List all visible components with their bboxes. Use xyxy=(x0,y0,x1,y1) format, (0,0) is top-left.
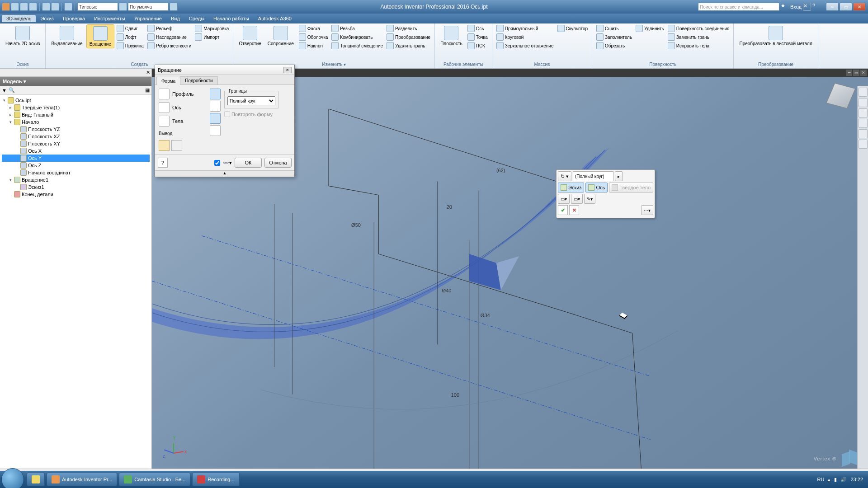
output-solid-button[interactable] xyxy=(159,140,170,151)
tray-volume-icon[interactable]: 🔊 xyxy=(840,477,847,483)
login-button[interactable]: Вход xyxy=(790,4,802,9)
tree-sketch1[interactable]: Эскиз1 xyxy=(2,183,150,191)
draft-button[interactable]: Наклон xyxy=(297,42,330,50)
dialog-glasses-icon[interactable]: 👓▾ xyxy=(223,160,232,166)
replace-face-button[interactable]: Заменить грань xyxy=(666,33,731,41)
tab-a360[interactable]: Autodesk A360 xyxy=(254,15,296,22)
tree-end-of-part[interactable]: Конец детали xyxy=(2,191,150,198)
tree-solid-bodies[interactable]: ▸Твердые тела(1) xyxy=(2,104,150,111)
start-button[interactable] xyxy=(1,468,24,488)
mini-sketch-button[interactable]: Эскиз xyxy=(558,183,584,192)
mini-axis-button[interactable]: Ось xyxy=(585,183,608,192)
find-icon[interactable]: 🔍 xyxy=(9,87,15,93)
qat-new-icon[interactable] xyxy=(11,3,19,11)
combine-button[interactable]: Комбинировать xyxy=(330,33,384,41)
tab-environments[interactable]: Среды xyxy=(184,15,209,22)
sweep-button[interactable]: Сдвиг xyxy=(115,24,145,33)
doc-minimize-icon[interactable]: ━ xyxy=(846,70,852,76)
appearance-dropdown[interactable]: По умолча xyxy=(128,3,169,11)
mini-next-button[interactable]: ▸ xyxy=(615,171,623,181)
import-button[interactable]: Импорт xyxy=(193,33,230,41)
ok-button[interactable]: ОК xyxy=(235,158,262,168)
mini-surface-button[interactable]: ✎▾ xyxy=(584,194,595,204)
qat-redo-icon[interactable] xyxy=(51,3,59,11)
nav-lookat-icon[interactable] xyxy=(859,140,868,149)
cancel-button[interactable]: Отмена xyxy=(264,158,292,168)
ruled-surface-button[interactable]: Поверхность соединения xyxy=(666,24,731,33)
circ-pattern-button[interactable]: Круговой xyxy=(495,33,555,41)
rect-pattern-button[interactable]: Прямоугольный xyxy=(495,24,555,33)
dialog-tab-shape[interactable]: Форма xyxy=(156,77,180,85)
help-search[interactable]: Поиск по справке и команда... xyxy=(698,3,779,11)
browser-title[interactable]: Модель ▾ xyxy=(0,77,151,86)
tree-root[interactable]: ▾Ось.ipt xyxy=(2,97,150,104)
axis-button[interactable]: Ось xyxy=(466,24,489,33)
mini-operation-button[interactable]: ▭▾ xyxy=(571,194,583,204)
tray-lang[interactable]: RU xyxy=(817,477,825,482)
revolve-button[interactable]: Вращение xyxy=(86,24,114,48)
mini-cancel-button[interactable]: ✕ xyxy=(569,205,579,215)
doc-close-icon[interactable]: ✕ xyxy=(860,70,867,76)
qat-undo-icon[interactable] xyxy=(42,3,50,11)
tab-view[interactable]: Вид xyxy=(166,15,184,22)
app-icon[interactable] xyxy=(2,3,10,11)
browser-close-icon[interactable]: ✕ xyxy=(146,70,150,75)
mini-output-button[interactable]: ▭▾ xyxy=(558,194,570,204)
close-button[interactable]: ✕ xyxy=(853,3,866,11)
tree-origin[interactable]: ▾Начало xyxy=(2,118,150,126)
operation-intersect-button[interactable] xyxy=(210,113,221,124)
dialog-help-button[interactable]: ? xyxy=(158,158,168,168)
patch-button[interactable]: Заполнитель xyxy=(595,33,633,41)
task-explorer[interactable] xyxy=(27,473,45,486)
nav-pan-icon[interactable] xyxy=(859,108,868,117)
loft-button[interactable]: Лофт xyxy=(115,33,145,41)
tree-view[interactable]: ▸Вид: Главный xyxy=(2,111,150,118)
qat-save-icon[interactable] xyxy=(29,3,37,11)
profile-selector[interactable]: Профиль xyxy=(159,89,206,99)
nav-orbit-icon[interactable] xyxy=(859,129,868,138)
mini-direction-button[interactable]: ↻▾ xyxy=(558,171,571,181)
doc-restore-icon[interactable]: ▭ xyxy=(853,70,859,76)
mini-options-button[interactable]: ⋯▾ xyxy=(641,205,653,215)
browser-tree[interactable]: ▾Ось.ipt ▸Твердые тела(1) ▸Вид: Главный … xyxy=(0,95,151,472)
operation-newsolid-button[interactable] xyxy=(210,125,221,136)
start-2d-sketch-button[interactable]: Начать 2D-эскиз xyxy=(3,24,42,47)
tree-revolve1[interactable]: ▾Вращение1 xyxy=(2,176,150,183)
rib-button[interactable]: Ребро жесткости xyxy=(146,42,193,50)
mini-solid-button[interactable]: Твердое тело xyxy=(609,183,653,192)
exchange-icon[interactable]: ✕ xyxy=(803,3,811,11)
tree-plane-yz[interactable]: Плоскость YZ xyxy=(2,126,150,133)
star-icon[interactable]: ★ xyxy=(781,3,789,11)
ucs-button[interactable]: ПСК xyxy=(466,42,489,50)
nav-wheel-icon[interactable] xyxy=(859,98,868,107)
tray-network-icon[interactable]: ▮ xyxy=(834,477,837,483)
browser-options-icon[interactable]: ▦ xyxy=(145,87,150,93)
extrude-button[interactable]: Выдавливание xyxy=(48,24,85,47)
decal-button[interactable]: Маркировка xyxy=(193,24,230,33)
mirror-button[interactable]: Зеркальное отражение xyxy=(495,42,555,50)
tree-plane-xy[interactable]: Плоскость XY xyxy=(2,140,150,147)
tab-manage[interactable]: Управление xyxy=(130,15,166,22)
chamfer-button[interactable]: Фаска xyxy=(297,24,330,33)
tray-time[interactable]: 23:22 xyxy=(850,477,863,482)
plane-button[interactable]: Плоскость xyxy=(438,24,465,47)
coil-button[interactable]: Пружина xyxy=(115,42,145,50)
nav-home-icon[interactable] xyxy=(859,88,868,97)
maximize-button[interactable]: ▭ xyxy=(840,3,852,11)
qat-home-icon[interactable] xyxy=(64,3,72,11)
tree-plane-xz[interactable]: Плоскость XZ xyxy=(2,133,150,140)
tree-axis-x[interactable]: Ось X xyxy=(2,147,150,155)
thread-button[interactable]: Резьба xyxy=(330,24,384,33)
qat-appearance-icon[interactable] xyxy=(170,3,178,11)
shell-button[interactable]: Оболочка xyxy=(297,33,330,41)
minimize-button[interactable]: ━ xyxy=(826,3,839,11)
task-inventor[interactable]: Autodesk Inventor Pr... xyxy=(47,473,117,486)
emboss-button[interactable]: Рельеф xyxy=(146,24,193,33)
operation-join-button[interactable] xyxy=(210,89,221,99)
delete-face-button[interactable]: Удалить грань xyxy=(385,42,432,50)
view-cube[interactable] xyxy=(827,82,854,109)
tree-axis-z[interactable]: Ось Z xyxy=(2,162,150,169)
fillet-button[interactable]: Сопряжение xyxy=(265,24,297,47)
nav-zoom-icon[interactable] xyxy=(859,119,868,128)
qat-open-icon[interactable] xyxy=(20,3,28,11)
